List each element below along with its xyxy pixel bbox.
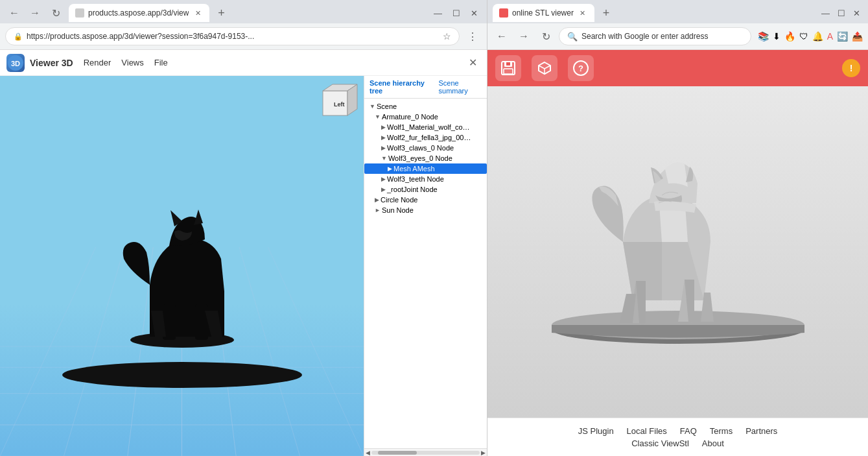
scroll-left-arrow[interactable]: ◀ [366,450,370,456]
left-tab-bar: ← → ↻ products.aspose.app/3d/view ✕ + — … [0,0,487,23]
back-button[interactable]: ← [5,4,23,22]
url-text: https://products.aspose.app/3d/viewer?se… [27,32,439,41]
right-maximize-button[interactable]: ☐ [838,8,845,18]
browser-icon-8[interactable]: 📤 [852,31,863,42]
forward-button[interactable]: → [26,4,44,22]
right-new-tab-button[interactable]: + [597,4,615,22]
scroll-right-arrow[interactable]: ▶ [481,450,486,456]
menu-views[interactable]: Views [121,58,143,67]
help-button[interactable]: ? [568,55,594,81]
menu-file[interactable]: File [154,58,168,67]
lock-icon: 🔒 [14,32,23,41]
tab-scene-summary[interactable]: Scene summary [434,76,487,98]
wolf-model-left [98,181,266,350]
svg-text:Left: Left [334,101,345,108]
tree-item-sun[interactable]: ► Sun Node [364,205,487,215]
3d-viewport[interactable]: Left [0,76,364,456]
address-bar: 🔒 https://products.aspose.app/3d/viewer?… [0,23,487,49]
right-forward-button[interactable]: → [515,27,533,45]
tree-scrollbar[interactable]: ◀ ▶ [364,448,487,456]
tab-favicon [75,8,84,18]
tree-arrow: ▶ [381,134,386,141]
browser-icon-2[interactable]: ⬇ [773,31,780,42]
svg-rect-22 [506,62,510,66]
active-tab[interactable]: products.aspose.app/3d/view ✕ [69,4,209,22]
browser-icon-7[interactable]: 🔄 [837,31,848,42]
menu-render[interactable]: Render [84,58,111,67]
left-browser-chrome: ← → ↻ products.aspose.app/3d/view ✕ + — … [0,0,487,50]
bookmark-icon[interactable]: ☆ [443,31,451,42]
right-url-bar[interactable]: 🔍 Search with Google or enter address [559,27,751,45]
tab-scene-hierarchy[interactable]: Scene hierarchy tree [364,76,434,98]
right-3d-viewport[interactable] [487,86,868,418]
tree-item-wolf2[interactable]: ▶ Wolf2_fur_fella3_jpg_001_0... [364,132,487,143]
viewport-background: Left [0,76,364,456]
footer-links-row2: Classic ViewStl About [498,438,858,448]
browser-icon-6[interactable]: A [827,31,833,42]
tree-item-mesh-amesh[interactable]: ▶ Mesh AMesh [364,163,487,174]
model-view-button[interactable] [532,55,557,81]
browser-icon-1[interactable]: 📚 [758,31,769,42]
tree-label: Wolf3_teeth Node [387,175,444,183]
browser-menu-button[interactable]: ⋮ [463,27,482,45]
tree-item-wolf3-teeth[interactable]: ▶ Wolf3_teeth Node [364,174,487,184]
tree-label: Wolf2_fur_fella3_jpg_001_0... [387,134,471,141]
browser-icon-5[interactable]: 🔔 [812,31,823,42]
close-window-button[interactable]: ✕ [467,7,482,19]
tree-label: Scene [377,102,397,110]
footer-link-classic-viewstl[interactable]: Classic ViewStl [631,438,689,448]
right-active-tab[interactable]: online STL viewer ✕ [493,4,594,22]
scroll-thumb[interactable] [378,451,417,455]
right-back-button[interactable]: ← [493,27,511,45]
footer-link-local-files[interactable]: Local Files [627,426,667,436]
app-title: Viewer 3D [30,58,73,68]
tree-item-wolf3-eyes[interactable]: ▼ Wolf3_eyes_0 Node [364,153,487,163]
tree-item-circle[interactable]: ▶ Circle Node [364,195,487,205]
tree-item-wolf3-claws[interactable]: ▶ Wolf3_claws_0 Node [364,143,487,153]
scene-panel: Scene hierarchy tree Scene summary ▼ Sce… [364,76,487,456]
browser-icon-3[interactable]: 🔥 [784,31,795,42]
svg-rect-21 [504,69,513,74]
tree-item-rootjoint[interactable]: ▶ _rootJoint Node [364,184,487,195]
tree-item-wolf1[interactable]: ▶ Wolf1_Material_wolf_col_tg... [364,122,487,132]
footer-link-js-plugin[interactable]: JS Plugin [578,426,614,436]
wolf-platform [62,362,302,388]
scroll-track[interactable] [371,451,480,455]
tree-label: Wolf3_claws_0 Node [387,144,454,152]
svg-text:?: ? [578,64,583,73]
new-tab-button[interactable]: + [212,4,230,22]
tree-item-scene[interactable]: ▼ Scene [364,101,487,112]
maximize-button[interactable]: ☐ [449,7,464,19]
tree-label: Wolf1_Material_wolf_col_tg... [387,123,471,131]
tab-close-button[interactable]: ✕ [193,8,203,18]
save-button[interactable] [495,55,521,81]
right-url-text: Search with Google or enter address [581,32,743,41]
footer-link-faq[interactable]: FAQ [680,426,697,436]
browser-icon-4[interactable]: 🛡 [799,31,808,42]
tree-arrow: ▶ [381,176,386,182]
info-badge[interactable]: ! [842,59,860,77]
right-browser-chrome: online STL viewer ✕ + — ☐ ✕ ← → ↻ 🔍 Sear… [487,0,868,50]
tree-arrow: ► [375,207,381,213]
footer-link-about[interactable]: About [702,438,724,448]
footer-link-terms[interactable]: Terms [710,426,733,436]
orientation-cube[interactable]: Left [320,81,358,120]
reload-button[interactable]: ↻ [47,4,65,22]
tree-arrow: ▶ [381,186,386,193]
right-tab-close[interactable]: ✕ [578,8,588,18]
right-close-button[interactable]: ✕ [853,8,860,18]
app-close-button[interactable]: ✕ [465,55,480,71]
footer-link-partners[interactable]: Partners [745,426,777,436]
minimize-button[interactable]: — [430,7,446,19]
tree-arrow: ▼ [369,103,375,110]
footer-links-row1: JS Plugin Local Files FAQ Terms Partners [498,426,858,436]
tree-item-armature[interactable]: ▼ Armature_0 Node [364,112,487,122]
main-content: Left Scene hierarchy tree Scene summary … [0,76,487,456]
tree-arrow: ▶ [375,197,379,203]
left-window: ← → ↻ products.aspose.app/3d/view ✕ + — … [0,0,487,456]
right-minimize-button[interactable]: — [821,8,830,18]
app-logo: 3D [6,54,25,72]
tree-arrow: ▶ [381,145,386,151]
right-reload-button[interactable]: ↻ [537,27,555,45]
url-bar[interactable]: 🔒 https://products.aspose.app/3d/viewer?… [5,27,460,45]
